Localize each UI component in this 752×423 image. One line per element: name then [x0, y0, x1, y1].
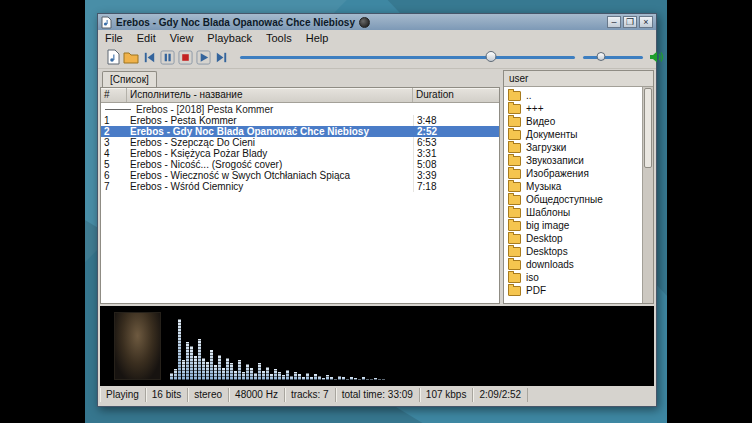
- folder-item[interactable]: Видео: [504, 115, 643, 128]
- player-window: Erebos - Gdy Noc Blada Opanować Chce Nie…: [97, 13, 657, 407]
- file-browser-path[interactable]: user: [504, 71, 653, 87]
- folder-icon: [508, 169, 521, 179]
- folder-item[interactable]: Звукозаписи: [504, 154, 643, 167]
- playlist-tab[interactable]: [Список]: [102, 71, 157, 87]
- volume-slider[interactable]: [583, 49, 643, 65]
- column-header-duration[interactable]: Duration: [413, 88, 499, 102]
- playlist-row[interactable]: 3 Erebos - Szepcząc Do Cieni 6:53: [101, 137, 499, 148]
- titlebar[interactable]: Erebos - Gdy Noc Blada Opanować Chce Nie…: [98, 14, 656, 30]
- folder-list: .. +++ Видео Документы Загрузки Звукозап…: [504, 87, 643, 303]
- maximize-button[interactable]: ❐: [623, 16, 637, 28]
- spectrum-bar: [186, 342, 189, 380]
- pause-button[interactable]: [158, 48, 176, 66]
- previous-button[interactable]: [140, 48, 158, 66]
- folder-label: big image: [526, 220, 569, 231]
- folder-item[interactable]: downloads: [504, 258, 643, 271]
- spectrum-bar: [358, 379, 361, 380]
- spectrum-bar: [214, 365, 217, 380]
- menu-help[interactable]: Help: [299, 30, 336, 46]
- spectrum-bar: [202, 358, 205, 380]
- add-folder-button[interactable]: [122, 48, 140, 66]
- folder-icon: [508, 247, 521, 257]
- play-button[interactable]: [194, 48, 212, 66]
- menu-file[interactable]: File: [98, 30, 130, 46]
- playlist-row[interactable]: 6 Erebos - Wieczność w Swych Otchłaniach…: [101, 170, 499, 181]
- close-button[interactable]: ×: [639, 16, 653, 28]
- folder-item[interactable]: Общедоступные: [504, 193, 643, 206]
- spectrum-bar: [206, 362, 209, 380]
- column-header-number[interactable]: #: [101, 88, 127, 102]
- pause-icon: [160, 50, 175, 65]
- open-file-button[interactable]: [104, 48, 122, 66]
- spectrum-bar: [198, 339, 201, 380]
- folder-item[interactable]: PDF: [504, 284, 643, 297]
- folder-icon: [508, 195, 521, 205]
- folder-item[interactable]: Desktop: [504, 232, 643, 245]
- playlist-row[interactable]: 2 Erebos - Gdy Noc Blada Opanować Chce N…: [101, 126, 499, 137]
- volume-track[interactable]: [583, 56, 643, 59]
- status-cell: total time: 33:09: [336, 388, 420, 402]
- spectrum-bars: [170, 312, 385, 380]
- folder-item[interactable]: big image: [504, 219, 643, 232]
- seek-slider[interactable]: [240, 49, 575, 65]
- status-cell: 2:09/2:52: [473, 388, 528, 402]
- menu-view[interactable]: View: [163, 30, 201, 46]
- playlist-row[interactable]: 5 Erebos - Nicość... (Srogość cover) 5:0…: [101, 159, 499, 170]
- folder-item[interactable]: Загрузки: [504, 141, 643, 154]
- folder-label: Шаблоны: [526, 207, 570, 218]
- menu-playback[interactable]: Playback: [200, 30, 259, 46]
- group-line: [105, 109, 131, 110]
- playlist-row[interactable]: 4 Erebos - Księżyca Pożar Blady 3:31: [101, 148, 499, 159]
- scrollbar-thumb[interactable]: [644, 88, 652, 168]
- folder-item[interactable]: Документы: [504, 128, 643, 141]
- status-cell: Playing: [100, 388, 146, 402]
- seek-track[interactable]: [240, 56, 575, 59]
- folder-item[interactable]: Desktops: [504, 245, 643, 258]
- spectrum-bar: [278, 372, 281, 380]
- play-icon: [196, 50, 211, 65]
- playlist-row[interactable]: 1 Erebos - Pesta Kommer 3:48: [101, 115, 499, 126]
- track-duration: 3:31: [413, 148, 499, 159]
- folder-icon: [123, 50, 139, 64]
- stop-button[interactable]: [176, 48, 194, 66]
- file-browser-scrollbar[interactable]: [642, 87, 653, 303]
- track-number: 3: [101, 137, 127, 148]
- folder-label: Музыка: [526, 181, 561, 192]
- spectrum-bar: [306, 373, 309, 380]
- folder-item[interactable]: Шаблоны: [504, 206, 643, 219]
- column-header-title[interactable]: Исполнитель - название: [127, 88, 413, 102]
- folder-item[interactable]: iso: [504, 271, 643, 284]
- status-cell: 16 bits: [146, 388, 188, 402]
- seek-handle[interactable]: [486, 51, 497, 62]
- spectrum-bar: [174, 369, 177, 380]
- playlist-pane: [Список] # Исполнитель - название Durati…: [100, 70, 500, 304]
- status-bar: Playing16 bitsstereo48000 Hztracks: 7tot…: [100, 388, 654, 402]
- volume-handle[interactable]: [597, 52, 606, 61]
- playlist-tab-bar: [Список]: [100, 70, 500, 87]
- spectrum-bar: [222, 368, 225, 380]
- track-number: 4: [101, 148, 127, 159]
- folder-item[interactable]: Изображения: [504, 167, 643, 180]
- folder-icon: [508, 234, 521, 244]
- spectrum-bar: [254, 373, 257, 380]
- spectrum-bar: [290, 376, 293, 380]
- playlist-row[interactable]: 7 Erebos - Wśród Ciemnicy 7:18: [101, 181, 499, 192]
- track-title: Erebos - Nicość... (Srogość cover): [127, 159, 413, 170]
- folder-label: Видео: [526, 116, 555, 127]
- next-button[interactable]: [212, 48, 230, 66]
- folder-label: Desktops: [526, 246, 568, 257]
- folder-label: Изображения: [526, 168, 589, 179]
- minimize-button[interactable]: –: [607, 16, 621, 28]
- menu-tools[interactable]: Tools: [259, 30, 299, 46]
- spectrum-bar: [266, 367, 269, 380]
- folder-item[interactable]: +++: [504, 102, 643, 115]
- folder-icon: [508, 286, 521, 296]
- folder-item[interactable]: ..: [504, 89, 643, 102]
- spectrum-bar: [194, 356, 197, 380]
- album-group-row[interactable]: Erebos - [2018] Pesta Kommer: [101, 103, 499, 115]
- menu-edit[interactable]: Edit: [130, 30, 163, 46]
- spectrum-bar: [314, 374, 317, 380]
- track-title: Erebos - Pesta Kommer: [127, 115, 413, 126]
- folder-item[interactable]: Музыка: [504, 180, 643, 193]
- spectrum-bar: [170, 373, 173, 380]
